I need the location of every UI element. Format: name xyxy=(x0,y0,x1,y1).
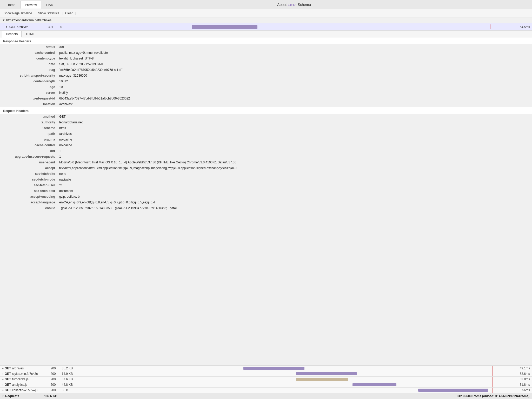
tab-home[interactable]: Home xyxy=(2,1,20,8)
response-header-row: strict-transport-securitymax-age=3153600… xyxy=(0,73,532,78)
header-key: content-type xyxy=(0,56,57,61)
bottom-expand-icon[interactable]: + xyxy=(2,389,4,392)
bottom-request-row[interactable]: + GET turbolinks.js 200 37.6 KB 33.8ms xyxy=(0,377,532,382)
statistics-button[interactable]: Show Statistics xyxy=(37,11,60,16)
header-value: en-CA,en;q=0.9,en-GB;q=0.8,en-US;q=0.7,p… xyxy=(57,200,532,205)
header-value: max-age=31536000 xyxy=(57,73,532,78)
bottom-status: 200 xyxy=(51,383,60,387)
bottom-red-marker xyxy=(493,371,493,376)
request-size: 0 xyxy=(61,25,71,29)
header-value: 1 xyxy=(57,148,532,154)
sep-3: | xyxy=(74,11,78,15)
bottom-timing-bar xyxy=(353,383,396,386)
bottom-time: 49.1ms xyxy=(514,367,530,370)
total-size: 132.6 KB xyxy=(44,394,75,398)
request-bar-area xyxy=(74,25,512,29)
header-value: _ga=GA1.2.2085169825.1591480353; _gid=GA… xyxy=(57,205,532,211)
bottom-expand-icon[interactable]: + xyxy=(2,383,4,386)
bottom-blue-marker xyxy=(366,388,366,393)
request-status: 301 xyxy=(48,25,58,29)
response-header-row: location/archives/ xyxy=(0,101,532,107)
bottom-method: GET xyxy=(5,372,11,376)
sub-tabs: Headers HTML xyxy=(0,31,532,37)
header-value: GET xyxy=(57,114,532,119)
timing-info: 312.99609375ms (onload: 314.566999999442… xyxy=(75,394,529,398)
request-header-row: :methodGET xyxy=(0,114,532,119)
header-value: 1 xyxy=(57,154,532,159)
status-bar: 6 Requests 132.6 KB 312.99609375ms (onlo… xyxy=(0,393,532,399)
bottom-size: 37.6 KB xyxy=(62,377,77,381)
tab-har[interactable]: HAR xyxy=(42,1,58,8)
header-key: upgrade-insecure-requests xyxy=(0,154,57,159)
bottom-status: 200 xyxy=(51,377,60,381)
response-header-row: status301 xyxy=(0,44,532,50)
response-header-row: cache-controlpublic, max-age=0, must-rev… xyxy=(0,50,532,56)
bottom-time: 33.8ms xyxy=(514,377,530,381)
response-header-row: serverNetlify xyxy=(0,90,532,96)
request-name: archives xyxy=(17,25,43,29)
bottom-blue-marker xyxy=(366,382,366,387)
tab-preview[interactable]: Preview xyxy=(21,1,41,9)
bottom-request-row[interactable]: + GET analytics.js 200 44.8 KB 31.8ms xyxy=(0,382,532,388)
bottom-method: GET xyxy=(5,383,11,387)
header-value: 10 xyxy=(57,84,532,90)
header-key: date xyxy=(0,61,57,67)
request-time: 54.5ms xyxy=(514,25,530,29)
header-key: user-agent xyxy=(0,159,57,165)
bottom-request-row[interactable]: + GET styles.min.fe7c43c 200 14.9 KB 53.… xyxy=(0,371,532,377)
bottom-red-marker xyxy=(493,382,493,387)
bottom-blue-marker xyxy=(366,377,366,382)
bottom-size: 14.9 KB xyxy=(62,372,77,376)
app-title: About 2.0.17 Schema xyxy=(58,3,530,7)
tab-html[interactable]: HTML xyxy=(22,31,38,37)
bottom-expand-icon[interactable]: + xyxy=(2,367,4,370)
bottom-bar-area xyxy=(77,367,514,370)
timeline-button[interactable]: Show Page Timeline xyxy=(3,11,33,16)
header-key: location xyxy=(0,101,57,107)
header-value: no-cache xyxy=(57,142,532,148)
header-value: Sat, 06 Jun 2020 21:52:39 GMT xyxy=(57,61,532,67)
bottom-request-row[interactable]: + GET collect?v=1&_v=j8 200 35 B 56ms xyxy=(0,388,532,393)
header-value: "cb56b49a2dff787050fa5a2239ee9758-ssl-df… xyxy=(57,67,532,73)
url-row: ▼ https://leonardofaria.net/archives xyxy=(0,17,532,23)
header-value: public, max-age=0, must-revalidate xyxy=(57,50,532,56)
header-value: gzip, deflate, br xyxy=(57,194,532,200)
header-key: accept xyxy=(0,165,57,171)
bottom-name: analytics.js xyxy=(12,383,49,387)
header-key: x-nf-request-id xyxy=(0,96,57,101)
header-key: sec-fetch-mode xyxy=(0,177,57,182)
clear-button[interactable]: Clear xyxy=(64,11,74,16)
request-header-row: :authorityleonardofaria.net xyxy=(0,119,532,125)
bottom-bar-area xyxy=(77,383,514,387)
request-expand-icon[interactable]: ▼ xyxy=(5,25,8,28)
blue-marker xyxy=(363,24,363,29)
header-key: cache-control xyxy=(0,142,57,148)
main-request-row[interactable]: ▼ GET archives 301 0 54.5ms xyxy=(0,23,532,31)
bottom-size: 35.2 KB xyxy=(62,367,77,370)
bottom-request-row[interactable]: + GET archives 200 35.2 KB 49.1ms xyxy=(0,366,532,371)
request-header-row: sec-fetch-sitenone xyxy=(0,171,532,177)
header-value: /archives xyxy=(57,131,532,137)
response-headers-label: Response Headers xyxy=(0,37,532,44)
header-key: cookie xyxy=(0,205,57,211)
header-key: content-length xyxy=(0,78,57,84)
request-header-row: cache-controlno-cache xyxy=(0,142,532,148)
request-timing-bar xyxy=(192,25,257,29)
bottom-status: 200 xyxy=(51,367,60,370)
bottom-method: GET xyxy=(5,388,11,392)
request-header-row: sec-fetch-user?1 xyxy=(0,182,532,188)
bottom-timing-bar xyxy=(418,389,488,392)
url-expand-icon[interactable]: ▼ xyxy=(2,18,5,22)
tab-headers[interactable]: Headers xyxy=(2,31,22,37)
bottom-expand-icon[interactable]: + xyxy=(2,378,4,381)
version-badge: 2.0.17 xyxy=(288,3,296,6)
request-header-row: dnt1 xyxy=(0,148,532,154)
bottom-red-marker xyxy=(493,377,493,382)
header-key: accept-encoding xyxy=(0,194,57,200)
response-headers-table: status301cache-controlpublic, max-age=0,… xyxy=(0,44,532,107)
request-header-row: upgrade-insecure-requests1 xyxy=(0,154,532,159)
request-header-row: accept-languageen-CA,en;q=0.9,en-GB;q=0.… xyxy=(0,200,532,205)
bottom-method: GET xyxy=(5,367,11,370)
header-key: sec-fetch-user xyxy=(0,182,57,188)
bottom-expand-icon[interactable]: + xyxy=(2,373,4,375)
